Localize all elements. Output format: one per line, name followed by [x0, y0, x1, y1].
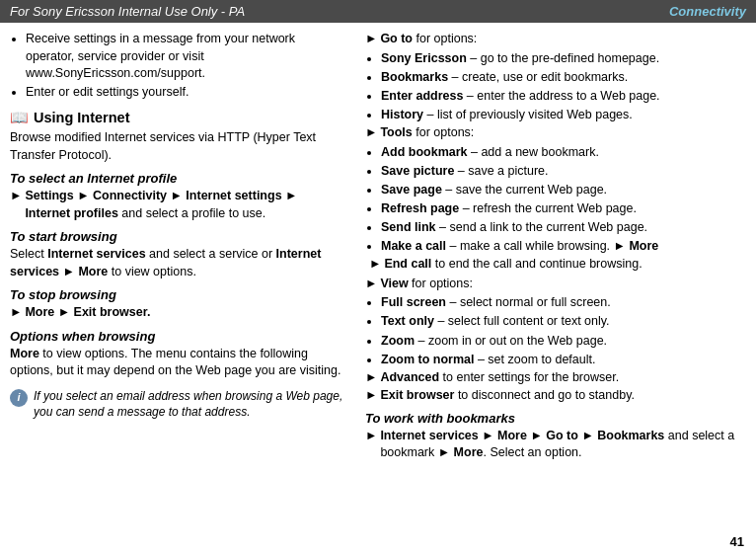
tools-bullets: Add bookmark – add a new bookmark. Save … [381, 143, 746, 256]
advanced-arrow: ► Advanced to enter settings for the bro… [365, 369, 746, 387]
bookmarks-title: To work with bookmarks [365, 411, 746, 426]
tools-bullet-addbookmark: Add bookmark – add a new bookmark. [381, 143, 746, 161]
goto-bullet-history: History – list of previously visited Web… [381, 106, 746, 123]
page-number: 41 [730, 534, 744, 549]
stop-browsing-arrow: ► More ► Exit browser. [10, 304, 345, 322]
arrow-icon-1: ► [10, 188, 22, 205]
view-intro: ► View for options: [365, 276, 746, 293]
header-left: For Sony Ericsson Internal Use Only - PA [10, 4, 245, 19]
options-browsing-body: More to view options. The menu contains … [10, 346, 345, 380]
using-internet-body: Browse modified Internet services via HT… [10, 129, 345, 164]
arrow-icon-8: ► [365, 428, 377, 445]
select-profile-arrow: ► Settings ► Connectivity ► Internet set… [10, 188, 345, 222]
goto-bullet-sony: Sony Ericsson – go to the pre-defined ho… [381, 49, 746, 67]
intro-bullets: Receive settings in a message from your … [26, 31, 345, 101]
note-text: If you select an email address when brow… [34, 388, 345, 422]
view-bullet-fullscreen: Full screen – select normal or full scre… [381, 293, 746, 311]
arrow-icon-5: ► [365, 276, 377, 293]
tools-bullet-refreshpage: Refresh page – refresh the current Web p… [381, 199, 746, 217]
book-icon: 📖 [10, 109, 29, 126]
right-column: ► Go to for options: Sony Ericsson – go … [365, 31, 746, 463]
select-profile-title: To select an Internet profile [10, 171, 345, 186]
start-browsing-body: Select Internet services and select a se… [10, 246, 345, 280]
view-bullets: Full screen – select normal or full scre… [381, 293, 746, 368]
start-browsing-title: To start browsing [10, 229, 345, 244]
goto-bullets: Sony Ericsson – go to the pre-defined ho… [381, 49, 746, 124]
view-bullet-textonly: Text only – select full content or text … [381, 312, 746, 330]
arrow-icon-3: ► [365, 31, 377, 48]
using-internet-title: 📖 Using Internet [10, 109, 345, 126]
intro-bullet-2: Enter or edit settings yourself. [26, 84, 345, 102]
options-browsing-title: Options when browsing [10, 329, 345, 344]
header-right: Connectivity [669, 4, 746, 19]
bookmarks-arrow: ► Internet services ► More ► Go to ► Boo… [365, 428, 746, 462]
tools-bullet-makecall: Make a call – make a call while browsing… [381, 237, 746, 255]
tools-bullet-sendlink: Send link – send a link to the current W… [381, 218, 746, 236]
tools-bullet-savepicture: Save picture – save a picture. [381, 162, 746, 180]
arrow-icon-2: ► [10, 304, 22, 322]
view-bullet-zoomnormal: Zoom to normal – set zoom to default. [381, 351, 746, 368]
intro-bullet-1: Receive settings in a message from your … [26, 31, 345, 83]
end-call-arrow: ► End call to end the call and continue … [369, 256, 746, 274]
header: For Sony Ericsson Internal Use Only - PA… [0, 0, 756, 23]
goto-bullet-bookmarks: Bookmarks – create, use or edit bookmark… [381, 68, 746, 86]
view-bullet-zoom: Zoom – zoom in or out on the Web page. [381, 332, 746, 350]
note-box: i If you select an email address when br… [10, 388, 345, 422]
tools-bullet-savepage: Save page – save the current Web page. [381, 181, 746, 198]
arrow-icon-7: ► [365, 387, 377, 405]
goto-intro: ► Go to for options: [365, 31, 746, 48]
arrow-icon-4: ► [365, 124, 377, 142]
goto-bullet-enter-address: Enter address – enter the address to a W… [381, 87, 746, 105]
stop-browsing-title: To stop browsing [10, 287, 345, 302]
tools-intro: ► Tools for optons: [365, 124, 746, 142]
exit-browser-arrow: ► Exit browser to disconnect and go to s… [365, 387, 746, 405]
info-icon: i [10, 389, 28, 407]
left-column: Receive settings in a message from your … [10, 31, 345, 463]
arrow-icon-6: ► [365, 369, 377, 387]
